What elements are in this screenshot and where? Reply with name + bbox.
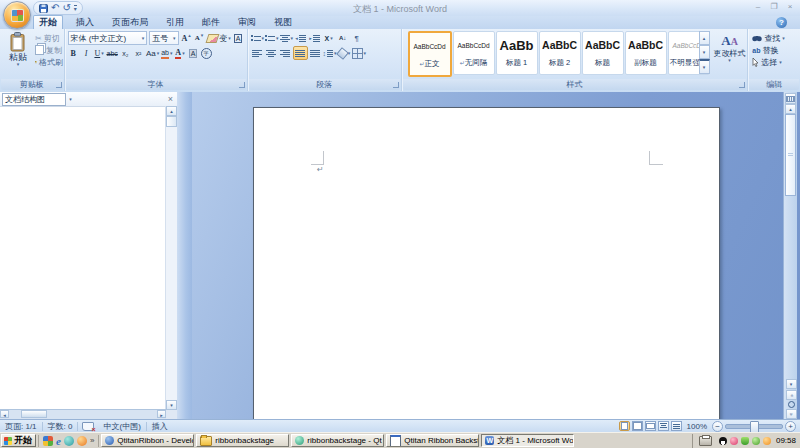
sort-button[interactable]: A↓ <box>336 32 349 44</box>
superscript-button[interactable]: x² <box>133 47 144 59</box>
document-vscrollbar[interactable]: ▴ ▾ » » <box>783 92 797 419</box>
paragraph-dialog-launcher[interactable] <box>393 82 399 88</box>
scroll-up-icon[interactable]: ▴ <box>785 104 796 114</box>
align-center-button[interactable] <box>265 47 278 59</box>
zoom-level[interactable]: 100% <box>684 422 710 431</box>
office-button[interactable] <box>3 1 31 29</box>
restore-button[interactable]: ❐ <box>768 2 780 11</box>
font-size-combo[interactable]: 五号 ▾ <box>149 31 178 45</box>
qq-icon[interactable] <box>719 437 727 445</box>
minimize-button[interactable]: – <box>752 2 764 11</box>
paste-button[interactable]: 粘贴 ▾ <box>3 31 33 77</box>
view-outline-button[interactable] <box>658 421 669 431</box>
task-word-document[interactable]: W 文档 1 - Microsoft Word <box>481 434 574 447</box>
scroll-up-icon[interactable]: ▴ <box>166 106 177 116</box>
font-color-button[interactable]: A ▾ <box>175 47 186 59</box>
quick-launch-desktop-icon[interactable] <box>43 436 53 446</box>
scroll-down-icon[interactable]: ▾ <box>786 379 797 389</box>
tab-view[interactable]: 视图 <box>269 16 297 29</box>
internet-explorer-icon[interactable]: e <box>56 436 61 446</box>
view-draft-button[interactable] <box>671 421 682 431</box>
replace-button[interactable]: ab 替换 <box>748 44 800 56</box>
status-language[interactable]: 中文(中国) <box>98 421 145 432</box>
numbering-button[interactable]: ▾ <box>265 32 279 44</box>
italic-button[interactable]: I <box>81 47 92 59</box>
justify-button[interactable] <box>293 46 308 60</box>
asian-layout-button[interactable]: X▾ <box>322 32 335 44</box>
document-map-combo[interactable]: 文档结构图 <box>2 93 66 106</box>
strikethrough-button[interactable]: abc <box>107 47 118 59</box>
font-dialog-launcher[interactable] <box>239 82 245 88</box>
tab-review[interactable]: 审阅 <box>233 16 261 29</box>
tab-insert[interactable]: 插入 <box>71 16 99 29</box>
clipboard-dialog-launcher[interactable] <box>56 82 62 88</box>
status-insert-mode[interactable]: 插入 <box>147 421 173 432</box>
task-qtitanribbon-browser[interactable]: QtitanRibbon - Develo... <box>101 434 194 447</box>
antivirus-icon[interactable] <box>752 437 760 445</box>
quick-launch-overflow-icon[interactable]: » <box>90 436 94 445</box>
scroll-right-icon[interactable]: ▸ <box>157 410 166 418</box>
document-map-combo-caret-icon[interactable]: ▾ <box>66 94 75 105</box>
font-family-combo[interactable]: 宋体 (中文正文) ▾ <box>68 31 148 45</box>
start-button[interactable]: 开始 <box>1 434 36 447</box>
zoom-in-button[interactable]: + <box>785 421 796 432</box>
next-page-icon[interactable]: » <box>786 409 797 419</box>
task-ribbonbackstage-folder[interactable]: ribbonbackstage <box>196 434 289 447</box>
document-map-vscrollbar[interactable]: ▴ <box>165 106 177 410</box>
styles-dialog-launcher[interactable] <box>739 82 745 88</box>
scroll-down-icon[interactable]: ▾ <box>166 400 177 410</box>
zoom-slider[interactable] <box>725 424 783 429</box>
panel-splitter[interactable] <box>177 92 192 419</box>
style-card-heading2[interactable]: AaBbC 标题 2 <box>539 31 581 75</box>
copy-button[interactable]: 复制 <box>35 44 63 56</box>
tab-mailings[interactable]: 邮件 <box>197 16 225 29</box>
show-hide-marks-button[interactable]: ¶ <box>350 32 363 44</box>
style-card-title[interactable]: AaBbC 标题 <box>582 31 624 75</box>
text-highlight-button[interactable]: ab ▾ <box>161 47 172 59</box>
messenger-icon[interactable] <box>730 437 738 445</box>
previous-page-icon[interactable]: » <box>786 390 797 400</box>
style-card-no-spacing[interactable]: AaBbCcDd ↵无间隔 <box>453 31 495 75</box>
underline-button[interactable]: U ▾ <box>94 47 105 59</box>
change-styles-button[interactable]: AA 更改样式 ▾ <box>713 31 747 77</box>
quick-launch-teal-icon[interactable] <box>64 436 74 446</box>
zoom-out-button[interactable]: − <box>712 421 723 432</box>
enclose-characters-button[interactable]: 字 <box>201 47 212 59</box>
line-spacing-button[interactable]: ↕▾ <box>323 47 337 59</box>
pinyin-guide-button[interactable]: 变 ▾ <box>220 32 231 44</box>
select-browse-object-button[interactable] <box>785 401 797 408</box>
view-print-layout-button[interactable] <box>619 421 630 431</box>
document-map-close-icon[interactable]: × <box>168 94 173 104</box>
scroll-left-icon[interactable]: ◂ <box>0 410 9 418</box>
select-button[interactable]: 选择 ▾ <box>748 56 800 68</box>
borders-button[interactable]: ▾ <box>352 47 367 59</box>
align-right-button[interactable] <box>279 47 292 59</box>
change-case-button[interactable]: Aa ▾ <box>146 47 159 59</box>
help-icon[interactable]: ? <box>776 17 787 28</box>
scroll-thumb[interactable] <box>785 114 796 196</box>
close-button[interactable]: × <box>784 2 796 11</box>
styles-scroll-down-icon[interactable]: ▾ <box>699 45 710 59</box>
tab-home[interactable]: 开始 <box>33 15 63 29</box>
style-card-subtitle[interactable]: AaBbC 副标题 <box>625 31 667 75</box>
shading-button[interactable]: ▾ <box>338 47 351 59</box>
task-ribbonbackstage-qt[interactable]: ribbonbackstage - Qt ... <box>291 434 384 447</box>
find-button[interactable]: 查找 ▾ <box>748 32 800 44</box>
task-qtitan-backstage-app[interactable]: Qtitan Ribbon Backsta... <box>386 434 479 447</box>
document-page[interactable]: ↵ <box>253 107 720 419</box>
scroll-thumb[interactable] <box>166 116 177 127</box>
styles-scroll-up-icon[interactable]: ▴ <box>699 31 710 45</box>
grow-font-button[interactable]: A ▴ <box>181 32 192 44</box>
status-word-count[interactable]: 字数: 0 <box>43 421 78 432</box>
status-page-number[interactable]: 页面: 1/1 <box>0 421 42 432</box>
scroll-thumb[interactable] <box>21 410 47 418</box>
decrease-indent-button[interactable]: ◂ <box>294 32 307 44</box>
tab-page-layout[interactable]: 页面布局 <box>107 16 153 29</box>
align-left-button[interactable] <box>251 47 264 59</box>
update-icon[interactable] <box>763 437 771 445</box>
format-painter-button[interactable]: 格式刷 <box>35 56 63 68</box>
view-web-layout-button[interactable] <box>645 421 656 431</box>
printer-icon[interactable] <box>699 436 712 446</box>
ruler-toggle-button[interactable] <box>785 93 796 104</box>
subscript-button[interactable]: x₂ <box>120 47 131 59</box>
